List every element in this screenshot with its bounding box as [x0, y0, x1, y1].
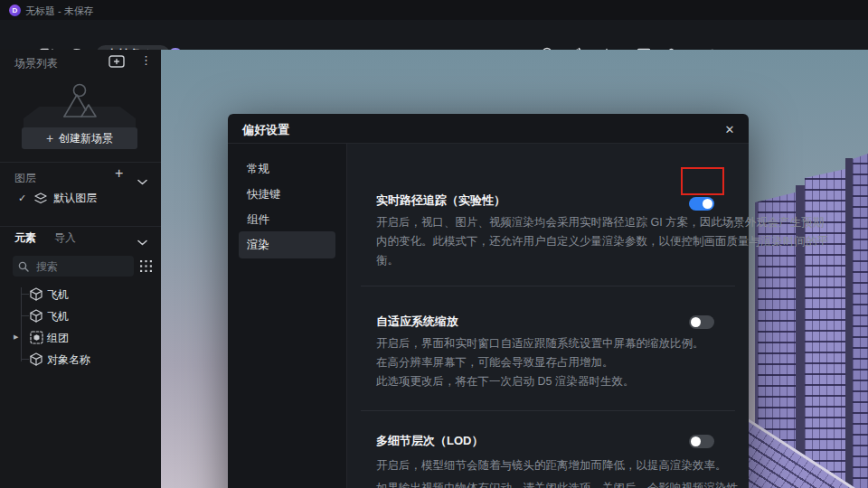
tab-components[interactable]: 组件	[239, 206, 335, 233]
divider	[361, 410, 735, 411]
tree-item-model[interactable]: 对象名称	[0, 348, 161, 370]
preferences-dialog: 偏好设置 ✕ 常规 快捷键 组件 渲染 实时路径追踪（实验性） 开启后，视口、图…	[228, 114, 749, 488]
cube-icon	[30, 309, 42, 325]
setting-title-system-scaling: 自适应系统缩放	[376, 314, 458, 330]
setting-desc-system-scaling: 开启后，界面和实时窗口自适应跟随系统设置中屏幕的缩放比例。 在高分辨率屏幕下，可…	[376, 334, 704, 391]
search-input-wrap	[13, 256, 134, 277]
grid-view-button[interactable]	[136, 256, 156, 277]
tab-shortcuts[interactable]: 快捷键	[239, 181, 335, 208]
tab-general[interactable]: 常规	[239, 155, 335, 183]
element-label: 对象名称	[47, 352, 90, 368]
building-tower-right	[853, 154, 868, 488]
tree-item-model[interactable]: 飞机	[0, 283, 161, 305]
layers-title: 图层	[14, 171, 36, 186]
tree-item-group[interactable]: ▶ 组团	[0, 326, 161, 348]
create-scene-label: 创建新场景	[59, 131, 113, 146]
left-sidebar: 场景列表 ⋮ + 创建新场景 图层 + ✓	[0, 50, 161, 488]
close-icon[interactable]: ✕	[722, 121, 738, 137]
toggle-knob	[703, 199, 712, 209]
divider	[361, 286, 735, 286]
main-toolbar: 素材库 ✦	[0, 20, 868, 50]
cube-icon	[30, 287, 42, 304]
layer-row-default[interactable]: ✓ 默认图层	[0, 187, 161, 209]
element-label: 飞机	[47, 309, 69, 324]
toggle-path-tracing[interactable]	[689, 197, 714, 211]
dialog-tab-list: 常规 快捷键 组件 渲染	[228, 144, 346, 488]
cube-icon	[30, 352, 42, 369]
tree-connector	[21, 359, 29, 360]
caret-right-icon[interactable]: ▶	[14, 333, 18, 341]
element-label: 组团	[47, 331, 69, 346]
toggle-system-scaling[interactable]	[689, 315, 714, 329]
collapse-elements-icon[interactable]	[137, 233, 147, 249]
desc-line: 此选项更改后，将在下一次启动 D5 渲染器时生效。	[376, 372, 704, 391]
add-scene-card-icon[interactable]	[108, 55, 125, 71]
annotation-highlight-box	[681, 167, 724, 195]
app-logo-icon: D	[9, 5, 21, 16]
divider	[0, 226, 161, 227]
desc-line: 开启后，模型细节会随着与镜头的距离增加而降低，以提高渲染效率。	[376, 455, 749, 477]
setting-title-path-tracing: 实时路径追踪（实验性）	[376, 192, 505, 209]
dialog-header: 偏好设置 ✕	[228, 114, 749, 144]
desc-line: 开启后，界面和实时窗口自适应跟随系统设置中屏幕的缩放比例。	[376, 334, 704, 353]
check-icon: ✓	[18, 192, 26, 204]
group-icon	[30, 331, 43, 347]
search-input[interactable]	[34, 259, 119, 274]
building-gap	[845, 158, 853, 488]
tree-item-model[interactable]: 飞机	[0, 305, 161, 326]
desc-line: 在高分辨率屏幕下，可能会导致显存占用增加。	[376, 353, 704, 372]
desc-line: 如果输出视频中物体有闪动，请关闭此选项。关闭后，会影响视频渲染性能。	[376, 477, 749, 488]
element-label: 飞机	[47, 287, 69, 303]
toggle-knob	[691, 317, 701, 327]
tree-connector	[21, 294, 29, 295]
tree-connector	[21, 315, 29, 316]
toggle-knob	[691, 436, 701, 446]
toggle-lod[interactable]	[689, 435, 714, 448]
dialog-content: 实时路径追踪（实验性） 开启后，视口、图片、视频渲染均会采用实时路径追踪 GI …	[347, 144, 749, 488]
layers-icon	[34, 192, 47, 204]
setting-title-lod: 多细节层次（LOD）	[376, 433, 483, 449]
more-icon[interactable]: ⋮	[140, 53, 153, 67]
mountain-icon	[58, 82, 101, 124]
dialog-title: 偏好设置	[242, 122, 289, 138]
setting-desc-lod: 开启后，模型细节会随着与镜头的距离增加而降低，以提高渲染效率。 如果输出视频中物…	[376, 455, 749, 488]
tab-elements[interactable]: 元素	[14, 230, 36, 246]
tab-render[interactable]: 渲染	[239, 231, 335, 258]
scene-list-title: 场景列表	[14, 56, 58, 71]
add-layer-icon[interactable]: +	[115, 165, 123, 182]
window-title: 无标题 - 未保存	[25, 5, 94, 18]
setting-desc-path-tracing: 开启后，视口、图片、视频渲染均会采用实时路径追踪 GI 方案，因此场景外观会产生…	[376, 213, 833, 270]
create-scene-button[interactable]: + 创建新场景	[22, 127, 137, 149]
divider	[0, 162, 161, 163]
search-icon	[18, 261, 29, 272]
app-window: D 无标题 - 未保存 素材库 ✦	[0, 0, 868, 488]
layer-name: 默认图层	[53, 191, 97, 206]
tab-import[interactable]: 导入	[54, 230, 76, 246]
titlebar: D 无标题 - 未保存	[0, 0, 868, 20]
plus-icon: +	[46, 131, 53, 145]
